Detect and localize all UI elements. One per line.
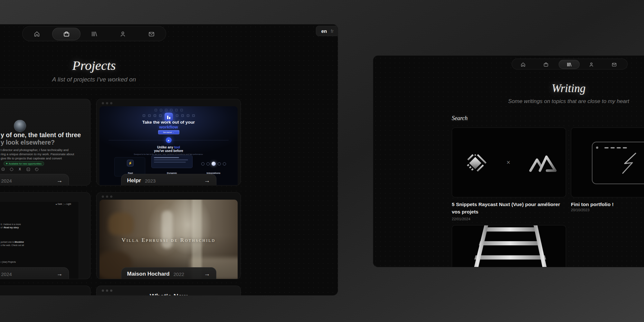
light-square-icon: □: [64, 203, 65, 205]
nav-item-writing[interactable]: [88, 27, 100, 40]
projects-window: en fr Projects A list of projects I've w…: [0, 24, 338, 296]
theme-toggle[interactable]: ■ Dark | □ Light: [56, 203, 71, 205]
divider: [0, 88, 239, 88]
article-card-portfolio[interactable]: [571, 128, 644, 197]
arrow-icon: →: [204, 177, 210, 184]
helpr-cta-button[interactable]: Get started →: [158, 130, 179, 134]
helpr-hero-line: Take the work out of your: [99, 120, 238, 125]
arrow-icon: →: [57, 177, 63, 184]
lightning-bolt-icon: [620, 152, 638, 178]
browser-frame-icon: [592, 142, 644, 184]
about-heading-line1: y of one, the talent of three: [1, 131, 81, 139]
nav-item-projects[interactable]: [541, 60, 551, 69]
project-card-about[interactable]: y of one, the talent of three y look els…: [0, 99, 90, 185]
project-year: 2022: [174, 271, 184, 277]
project-card-story[interactable]: ■ Dark | □ Light it. I believe in a more…: [0, 192, 90, 279]
x-icon[interactable]: X: [18, 167, 22, 171]
app-icons-row: [99, 109, 238, 111]
window-dots-icon: [102, 195, 112, 198]
nuxt-logo-icon: [529, 154, 557, 173]
language-toggle[interactable]: en fr: [316, 26, 338, 36]
nav-item-about[interactable]: [116, 27, 129, 40]
dynamic-skeleton: [151, 155, 193, 168]
helpr-card-link[interactable]: Helpr 2023 →: [121, 174, 216, 185]
about-card-link[interactable]: 2024 →: [0, 174, 69, 185]
story-card-link[interactable]: 2024 →: [0, 267, 69, 279]
home-icon: [33, 31, 40, 37]
helpr-tagline-line2: you've used before: [99, 149, 238, 153]
play-button[interactable]: ▶: [166, 137, 172, 143]
library-icon: [566, 62, 572, 67]
fast-icon: ⚡: [127, 160, 134, 166]
about-body-line2: ring a unique dimension to my work. Pass…: [1, 152, 74, 156]
window-dots-icon: [102, 102, 112, 104]
article-card-ladder[interactable]: [452, 225, 566, 267]
nav-item-projects[interactable]: [52, 28, 80, 40]
helpr-screenshot: Take the work out of your workflow Get s…: [99, 106, 238, 185]
helpr-tagline-line1: Unlike any tool: [99, 146, 238, 149]
story-frag-4: o the web. Check out all: [1, 244, 24, 246]
arrow-icon: →: [57, 270, 63, 278]
avatar: [14, 120, 26, 132]
nav-item-writing[interactable]: [559, 60, 580, 69]
project-card-helpr[interactable]: Take the work out of your workflow Get s…: [96, 99, 241, 185]
page-title: Projects: [72, 58, 116, 73]
story-frag-2: e? Read my story: [1, 226, 19, 229]
play-icon: ▶: [168, 139, 170, 141]
search-label: Search: [452, 115, 468, 122]
project-year: 2024: [1, 271, 12, 277]
integrations-icons: [201, 162, 226, 166]
briefcase-icon: [543, 62, 549, 67]
article-card-raycast-nuxt[interactable]: ×: [452, 128, 566, 197]
page-title: Writing: [552, 82, 585, 95]
project-card-partial[interactable]: [0, 286, 90, 296]
project-card-whats-new[interactable]: What's New: [96, 286, 241, 296]
dribbble-icon[interactable]: [35, 167, 38, 171]
page-subtitle: Some writings on topics that are close t…: [508, 98, 629, 105]
user-icon: [589, 62, 594, 67]
project-card-maison[interactable]: Villa Ephrussi de Rothschild Maison Hoch…: [96, 192, 241, 279]
project-name: Maison Hochard: [127, 271, 170, 277]
about-heading-line2: y look elsewhere?: [1, 139, 55, 146]
page-subtitle: A list of projects I've worked on: [52, 76, 136, 83]
linkedin-icon[interactable]: in: [26, 167, 30, 171]
about-body-line3: give life to projects that captivate and…: [1, 156, 62, 160]
whats-new-title: What's New: [97, 292, 241, 296]
story-frag-1: it. I believe in a more: [1, 223, 21, 225]
user-icon: [119, 31, 126, 37]
photo-caption: Villa Ephrussi de Rothschild: [99, 237, 238, 243]
writing-window: Writing Some writings on topics that are…: [373, 55, 644, 267]
nav-item-about[interactable]: [586, 60, 596, 69]
helpr-hero-highlight: workflow: [99, 125, 238, 129]
maison-card-link[interactable]: Maison Hochard 2022 →: [121, 267, 216, 279]
article-title[interactable]: 5 Snippets Raycast Nuxt (Vue) pour améli…: [452, 201, 563, 215]
project-year: 2024: [1, 178, 12, 184]
window-dots-icon: [102, 289, 112, 292]
article-date: 22/01/2024: [452, 217, 470, 221]
github-icon[interactable]: [10, 167, 13, 171]
story-frag-5: r (Vue) Projects: [1, 261, 16, 263]
lamp: [109, 213, 134, 235]
instagram-icon[interactable]: [1, 167, 5, 171]
main-nav: [512, 59, 628, 70]
nav-item-home[interactable]: [30, 27, 43, 40]
browser-tabs-dashes-icon: [604, 147, 627, 148]
story-frag-3: portant one is Mockline: [1, 241, 24, 243]
x-separator: ×: [507, 159, 510, 166]
browser-dot-icon: [596, 147, 598, 149]
lang-en[interactable]: en: [321, 28, 327, 34]
availability-badge: Available for new opportunities: [4, 161, 44, 166]
article-title[interactable]: Fini ton portfolio !: [571, 201, 644, 208]
arrow-icon: →: [204, 270, 210, 278]
article-date: 20/10/2023: [571, 208, 590, 212]
lang-fr[interactable]: fr: [331, 28, 334, 34]
nav-item-contact[interactable]: [609, 60, 619, 69]
project-name: Helpr: [127, 177, 141, 184]
nav-item-home[interactable]: [518, 60, 528, 69]
social-icons-row: X in: [1, 167, 38, 171]
ladder-graphic: [452, 225, 566, 267]
project-year: 2023: [145, 178, 156, 184]
nav-item-contact[interactable]: [145, 27, 158, 40]
raycast-logo-icon: [463, 150, 488, 175]
briefcase-icon: [63, 31, 70, 37]
